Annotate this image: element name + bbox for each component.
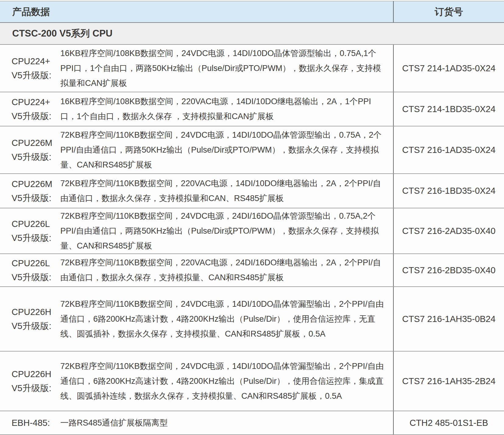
description-cell: 72KB程序空间/110KB数据空间，24VDC电源，14DI/10DO晶体管源… — [60, 126, 393, 173]
model-line: V5升级版: — [12, 150, 60, 164]
description-cell: 72KB程序空间/110KB数据空间，24VDC电源，14DI/10DO晶体管漏… — [60, 287, 393, 351]
description-text: 72KB程序空间/110KB数据空间，24VDC电源，24DI/16DO晶体管源… — [60, 209, 387, 253]
model-cell: CPU224+V5升级版: — [0, 45, 60, 92]
order-number-cell: CTS7 216-1AH35-2B24 — [393, 352, 504, 411]
order-number-cell: CTS7 216-2AD35-0X40 — [393, 208, 504, 253]
description-cell: 16KB程序空间/108KB数据空间，220VAC电源，14DI/10DO继电器… — [60, 92, 393, 126]
order-number-cell: CTS7 216-2BD35-0X40 — [393, 254, 504, 286]
description-text: 72KB程序空间/110KB数据空间，24VDC电源，14DI/10DO晶体管漏… — [60, 359, 387, 404]
model-cell: CPU224+V5升级版: — [0, 92, 60, 126]
description-text: 72KB程序空间/110KB数据空间，24VDC电源，14DI/10DO晶体管漏… — [60, 297, 387, 341]
order-number-cell: CTS7 214-1AD35-0X24 — [393, 45, 504, 92]
description-cell: 72KB程序空间/110KB数据空间，220VAC电源，14DI/10DO继电器… — [60, 174, 393, 208]
model-line: V5升级版: — [12, 270, 60, 284]
table-row: CPU226HV5升级版: 72KB程序空间/110KB数据空间，24VDC电源… — [0, 287, 504, 352]
description-text: 72KB程序空间/110KB数据空间，220VAC电源，14DI/10DO继电器… — [60, 176, 387, 206]
model-cell: CPU226LV5升级版: — [0, 254, 60, 286]
description-cell: 72KB程序空间/110KB数据空间，220VAC电源，24DI/16DO继电器… — [60, 254, 393, 286]
section-header-row: CTSC-200 V5系列 CPU — [0, 23, 504, 45]
model-cell: CPU226HV5升级版: — [0, 352, 60, 411]
product-data-table: 产品数据 订货号 CTSC-200 V5系列 CPU CPU224+V5升级版:… — [0, 0, 504, 435]
model-line: V5升级版: — [12, 381, 60, 395]
order-number-cell: CTH2 485-01S1-EB — [393, 411, 504, 434]
table-row: CPU226HV5升级版: 72KB程序空间/110KB数据空间，24VDC电源… — [0, 352, 504, 411]
table-body: CPU224+V5升级版: 16KB程序空间/108KB数据空间，24VDC电源… — [0, 45, 504, 435]
model-line: V5升级版: — [12, 319, 60, 333]
model-cell: CPU226HV5升级版: — [0, 287, 60, 351]
model-cell: EBH-485: — [0, 411, 60, 434]
table-row: CPU224+V5升级版: 16KB程序空间/108KB数据空间，220VAC电… — [0, 92, 504, 126]
model-line: V5升级版: — [12, 68, 60, 82]
description-cell: 72KB程序空间/110KB数据空间，24VDC电源，24DI/16DO晶体管源… — [60, 208, 393, 253]
table-row: CPU226MV5升级版: 72KB程序空间/110KB数据空间，220VAC电… — [0, 174, 504, 208]
order-number-text: CTH2 485-01S1-EB — [410, 418, 488, 428]
model-line: CPU226L — [12, 217, 60, 231]
order-number-text: CTS7 216-2AD35-0X40 — [402, 226, 495, 236]
table-row: CPU226LV5升级版: 72KB程序空间/110KB数据空间，24VDC电源… — [0, 208, 504, 254]
model-line: EBH-485: — [12, 416, 60, 430]
order-number-text: CTS7 216-1AH35-2B24 — [402, 376, 495, 386]
model-line: CPU226H — [12, 305, 60, 319]
description-text: 72KB程序空间/110KB数据空间，220VAC电源，24DI/16DO继电器… — [60, 255, 387, 285]
order-number-cell: CTS7 216-1BD35-0X24 — [393, 174, 504, 208]
model-cell: CPU226MV5升级版: — [0, 174, 60, 208]
model-line: V5升级版: — [12, 191, 60, 205]
model-line: V5升级版: — [12, 109, 60, 123]
order-number-text: CTS7 214-1AD35-0X24 — [402, 63, 495, 73]
order-number-text: CTS7 216-1AD35-0X24 — [402, 145, 495, 155]
model-cell: CPU226MV5升级版: — [0, 126, 60, 173]
order-number-text: CTS7 216-1BD35-0X24 — [402, 186, 495, 196]
description-text: 72KB程序空间/110KB数据空间，24VDC电源，14DI/10DO晶体管源… — [60, 128, 387, 172]
order-number-cell: CTS7 216-1AD35-0X24 — [393, 126, 504, 173]
header-order-number: 订货号 — [393, 1, 504, 22]
order-number-text: CTS7 216-1AH35-0B24 — [402, 314, 495, 324]
model-line: CPU226M — [12, 136, 60, 150]
description-cell: 72KB程序空间/110KB数据空间，24VDC电源，14DI/10DO晶体管漏… — [60, 352, 393, 411]
table-row: EBH-485: 一路RS485通信扩展板隔离型 CTH2 485-01S1-E… — [0, 411, 504, 435]
model-line: CPU224+ — [12, 95, 60, 109]
description-text: 16KB程序空间/108KB数据空间，220VAC电源，14DI/10DO继电器… — [60, 94, 387, 124]
model-line: CPU226M — [12, 177, 60, 191]
description-cell: 一路RS485通信扩展板隔离型 — [60, 411, 393, 434]
model-line: CPU226H — [12, 367, 60, 381]
table-row: CPU226MV5升级版: 72KB程序空间/110KB数据空间，24VDC电源… — [0, 126, 504, 174]
table-row: CPU224+V5升级版: 16KB程序空间/108KB数据空间，24VDC电源… — [0, 45, 504, 92]
description-text: 一路RS485通信扩展板隔离型 — [60, 416, 168, 430]
header-product-data: 产品数据 — [0, 1, 393, 22]
order-number-cell: CTS7 214-1BD35-0X24 — [393, 92, 504, 126]
model-cell: CPU226LV5升级版: — [0, 208, 60, 253]
section-title: CTSC-200 V5系列 CPU — [12, 27, 112, 40]
table-row: CPU226LV5升级版: 72KB程序空间/110KB数据空间，220VAC电… — [0, 254, 504, 287]
description-text: 16KB程序空间/108KB数据空间，24VDC电源，14DI/10DO晶体管源… — [60, 46, 387, 91]
model-line: CPU226L — [12, 256, 60, 270]
model-line: CPU224+ — [12, 54, 60, 68]
order-number-cell: CTS7 216-1AH35-0B24 — [393, 287, 504, 351]
table-header-row: 产品数据 订货号 — [0, 1, 504, 23]
order-number-text: CTS7 214-1BD35-0X24 — [402, 104, 495, 114]
order-number-text: CTS7 216-2BD35-0X40 — [402, 265, 495, 275]
model-line: V5升级版: — [12, 231, 60, 245]
description-cell: 16KB程序空间/108KB数据空间，24VDC电源，14DI/10DO晶体管源… — [60, 45, 393, 92]
